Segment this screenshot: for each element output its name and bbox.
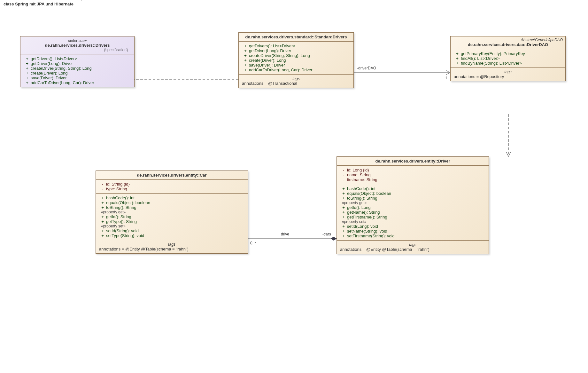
- class-car: de.rahn.services.drivers.entity::Car -id…: [96, 171, 248, 254]
- operations: +hashCode(): int +equals(Object): boolea…: [337, 184, 489, 240]
- class-title: de.rahn.services.drivers::Drivers: [24, 43, 131, 48]
- role-driverdao: -driverDAO: [357, 66, 376, 70]
- operations: +hashCode(): int +equals(Object): boolea…: [96, 193, 248, 240]
- attributes: -id: String {id} -type: String: [96, 179, 248, 193]
- stereotype: «interface»: [24, 38, 131, 43]
- class-title: de.rahn.services.drivers.standard::Stand…: [242, 35, 350, 39]
- tags: tags annotations = @Transactional: [239, 74, 353, 88]
- class-title: de.rahn.services.drivers.entity::Car: [99, 173, 244, 178]
- operations: +getPrimaryKey(Entity): PrimaryKey +find…: [451, 49, 565, 67]
- parent-class: AbstractGenericJpaDAO: [451, 36, 565, 42]
- class-title: de.rahn.services.drivers.dao::DriverDAO: [454, 42, 562, 47]
- class-driver: de.rahn.services.drivers.entity::Driver …: [337, 156, 489, 254]
- tags: tags annotations = @Entity @Table(schema…: [337, 240, 489, 254]
- tags: tags annotations = @Entity @Table(schema…: [96, 240, 248, 253]
- class-diagram: class Spring mit JPA und Hibernate -driv…: [0, 0, 588, 373]
- class-drivers-interface: «interface» de.rahn.services.drivers::Dr…: [20, 36, 135, 87]
- role-cars: -cars: [322, 232, 331, 236]
- constraint: {specification}: [24, 48, 131, 52]
- operations: +getDrivers(): List<Driver> +getDriver(L…: [20, 54, 134, 87]
- diagram-title-tab: class Spring mit JPA und Hibernate: [0, 0, 81, 8]
- class-driver-dao: AbstractGenericJpaDAO de.rahn.services.d…: [450, 36, 566, 81]
- class-title: de.rahn.services.drivers.entity::Driver: [340, 159, 485, 163]
- tags: tags annotations = @Repository: [451, 67, 565, 81]
- mult-cars: 0..*: [250, 241, 256, 245]
- assoc-name-drive: drive: [281, 232, 289, 236]
- operations: +getDrivers(): List<Driver> +getDriver(L…: [239, 41, 353, 74]
- mult-driverdao: 1: [445, 76, 447, 80]
- attributes: -id: Long {id} -name: String -firstname:…: [337, 165, 489, 184]
- diagram-title: class Spring mit JPA und Hibernate: [4, 2, 74, 6]
- class-standard-drivers: de.rahn.services.drivers.standard::Stand…: [238, 32, 354, 88]
